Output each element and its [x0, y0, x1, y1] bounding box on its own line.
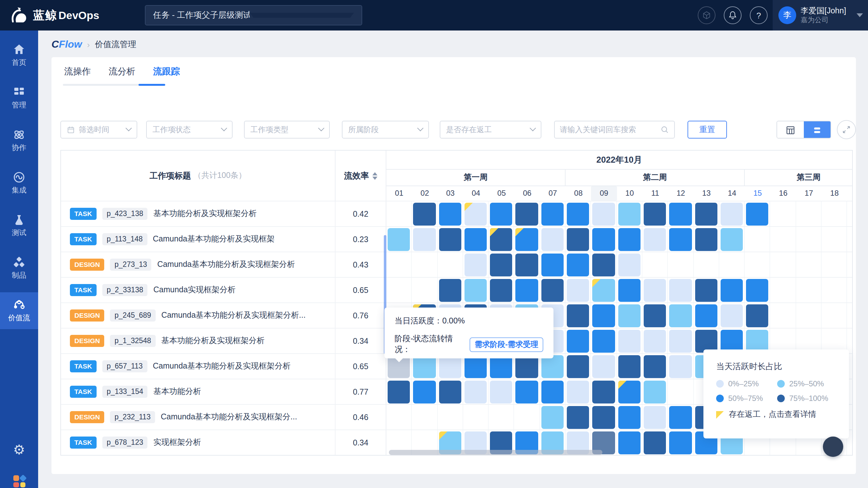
heatmap-cell[interactable]	[643, 354, 668, 379]
heatmap-cell[interactable]	[540, 252, 566, 277]
heatmap-cell[interactable]	[591, 278, 617, 302]
heatmap-cell[interactable]	[693, 202, 719, 226]
heatmap-cell[interactable]	[796, 303, 822, 328]
sort-control[interactable]	[372, 172, 377, 180]
heatmap-cell[interactable]	[463, 202, 489, 226]
help-icon[interactable]: ?	[750, 6, 768, 24]
heatmap-cell[interactable]	[745, 303, 771, 328]
heatmap-cell[interactable]	[386, 405, 412, 430]
heatmap-cell[interactable]	[822, 202, 847, 226]
heatmap-cell[interactable]	[540, 278, 566, 302]
tab-flow-analysis[interactable]: 流分析	[107, 57, 136, 85]
heatmap-cell[interactable]	[719, 227, 745, 252]
heatmap-cell[interactable]	[489, 278, 515, 302]
heatmap-cell[interactable]	[796, 252, 822, 277]
heatmap-cell[interactable]	[617, 430, 643, 455]
heatmap-cell[interactable]	[643, 278, 668, 302]
heatmap-cell[interactable]	[693, 303, 719, 328]
sidebar-item-制品[interactable]: 制品	[0, 250, 38, 286]
heatmap-cell[interactable]	[540, 405, 566, 430]
heatmap-cell[interactable]	[847, 202, 852, 226]
heatmap-cell[interactable]	[437, 252, 463, 277]
work-item-row[interactable]: TASKp_423_138基本功能分析及实现框架分析0.42	[61, 201, 852, 226]
cube-icon[interactable]	[698, 6, 715, 24]
heatmap-cell[interactable]	[515, 278, 540, 302]
work-item-row[interactable]: TASKp_113_148Camunda基本功能分析及实现框架0.23	[61, 226, 852, 252]
heatmap-cell[interactable]	[719, 303, 745, 328]
filter-time-range[interactable]: 筛选时间	[60, 121, 137, 139]
app-logo[interactable]: 蓝鲸DevOps	[9, 6, 99, 25]
heatmap-cell[interactable]	[617, 202, 643, 226]
heatmap-cell[interactable]	[643, 379, 668, 404]
heatmap-cell[interactable]	[591, 202, 617, 226]
heatmap-cell[interactable]	[719, 252, 745, 277]
heatmap-cell[interactable]	[617, 354, 643, 379]
heatmap-cell[interactable]	[489, 227, 515, 252]
heatmap-cell[interactable]	[515, 405, 540, 430]
heatmap-cell[interactable]	[489, 202, 515, 226]
heatmap-cell[interactable]	[591, 354, 617, 379]
filter-rework[interactable]: 是否存在返工	[440, 121, 541, 139]
work-item-row[interactable]: DESIGNp_273_13Camunda基本功能分析及实现框架分析0.43	[61, 252, 852, 277]
heatmap-cell[interactable]	[745, 252, 771, 277]
heatmap-cell[interactable]	[668, 278, 694, 302]
heatmap-cell[interactable]	[796, 278, 822, 302]
heatmap-cell[interactable]	[617, 278, 643, 302]
search-icon[interactable]	[660, 125, 669, 134]
bell-icon[interactable]	[724, 6, 742, 24]
heatmap-cell[interactable]	[668, 379, 694, 404]
heatmap-cell[interactable]	[668, 303, 694, 328]
heatmap-cell[interactable]	[437, 202, 463, 226]
heatmap-cell[interactable]	[668, 227, 694, 252]
heatmap-cell[interactable]	[693, 227, 719, 252]
heatmap-cell[interactable]	[719, 278, 745, 302]
heatmap-cell[interactable]	[668, 430, 694, 455]
list-view-button[interactable]	[804, 121, 831, 139]
heatmap-cell[interactable]	[771, 278, 796, 302]
heatmap-cell[interactable]	[386, 252, 412, 277]
cflow-logo[interactable]: CFlow	[52, 39, 82, 50]
heatmap-cell[interactable]	[489, 252, 515, 277]
heatmap-cell[interactable]	[412, 405, 438, 430]
heatmap-cell[interactable]	[643, 329, 668, 353]
heatmap-cell[interactable]	[771, 202, 796, 226]
heatmap-cell[interactable]	[565, 379, 591, 404]
heatmap-cell[interactable]	[771, 303, 796, 328]
heatmap-cell[interactable]	[437, 379, 463, 404]
heatmap-cell[interactable]	[412, 379, 438, 404]
heatmap-cell[interactable]	[591, 227, 617, 252]
heatmap-cell[interactable]	[540, 202, 566, 226]
heatmap-cell[interactable]	[515, 202, 540, 226]
settings-gear-icon[interactable]: ⚙	[0, 440, 38, 460]
heatmap-cell[interactable]	[796, 227, 822, 252]
heatmap-cell[interactable]	[617, 379, 643, 404]
heatmap-cell[interactable]	[847, 252, 852, 277]
heatmap-cell[interactable]	[565, 329, 591, 353]
heatmap-cell[interactable]	[643, 202, 668, 226]
work-item-row[interactable]: TASKp_2_33138Camunda实现框架分析0.65	[61, 277, 852, 302]
heatmap-cell[interactable]	[668, 329, 694, 353]
fullscreen-button[interactable]	[837, 120, 856, 139]
heatmap-cell[interactable]	[412, 202, 438, 226]
app-launcher-icon[interactable]	[13, 475, 25, 487]
heatmap-cell[interactable]	[386, 278, 412, 302]
heatmap-cell[interactable]	[565, 303, 591, 328]
heatmap-cell[interactable]	[745, 278, 771, 302]
heatmap-cell[interactable]	[822, 227, 847, 252]
heatmap-cell[interactable]	[771, 227, 796, 252]
heatmap-cell[interactable]	[463, 252, 489, 277]
heatmap-cell[interactable]	[412, 278, 438, 302]
heatmap-cell[interactable]	[540, 227, 566, 252]
heatmap-cell[interactable]	[643, 430, 668, 455]
tab-flow-tracking[interactable]: 流跟踪	[152, 57, 181, 85]
floating-action-button[interactable]	[823, 436, 843, 457]
sidebar-item-价值流[interactable]: 价值流	[0, 292, 38, 329]
heatmap-cell[interactable]	[489, 405, 515, 430]
heatmap-cell[interactable]	[515, 252, 540, 277]
heatmap-cell[interactable]	[565, 202, 591, 226]
heatmap-cell[interactable]	[771, 252, 796, 277]
horizontal-scrollbar[interactable]	[389, 450, 602, 455]
heatmap-cell[interactable]	[617, 227, 643, 252]
heatmap-cell[interactable]	[617, 405, 643, 430]
table-view-button[interactable]	[777, 121, 804, 139]
